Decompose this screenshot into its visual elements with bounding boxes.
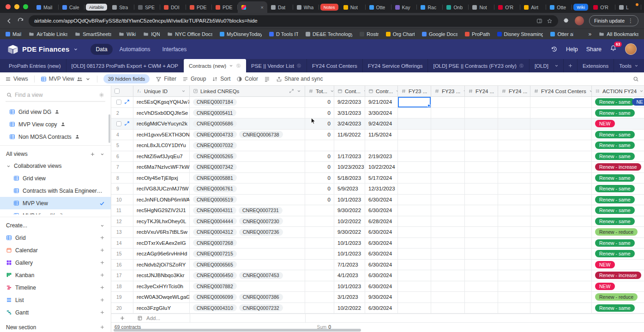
cell-linked-cnreqs[interactable]: CNREQ0006565 xyxy=(190,260,305,270)
cell-fy23a[interactable] xyxy=(398,303,431,314)
cell-fy24b[interactable] xyxy=(498,270,530,281)
cell-fy24b[interactable] xyxy=(498,173,530,184)
linked-record-chip[interactable]: CNREQ0007236 xyxy=(239,229,283,236)
cell-linked-cnreqs[interactable]: CNREQ0004312CNREQ0007236 xyxy=(190,227,305,237)
cell-fy24b[interactable] xyxy=(498,227,530,237)
cell-fy23a[interactable] xyxy=(398,151,431,162)
window-controls[interactable] xyxy=(6,4,28,9)
cell-fy24b[interactable] xyxy=(498,249,530,259)
cell-unique-id[interactable]: recyTKJ9LhxOhey0L xyxy=(133,216,190,227)
cell-fy24b[interactable] xyxy=(498,303,530,314)
cell-fy23a[interactable] xyxy=(398,216,431,227)
cell-fy24cc[interactable] xyxy=(530,97,592,107)
linked-record-chip[interactable]: CNREQ0005411 xyxy=(193,109,236,116)
cell-fy24a[interactable] xyxy=(465,108,498,119)
cell-fy24a[interactable] xyxy=(465,130,498,140)
cell-fy24b[interactable] xyxy=(498,195,530,205)
sidebar-view-item[interactable]: MVP View xyxy=(0,197,111,209)
cell-unique-id[interactable]: recbVxuV6Rs7tBLSw xyxy=(133,227,190,237)
cell-fy24a[interactable] xyxy=(465,260,498,270)
cell-fy24a[interactable] xyxy=(465,173,498,184)
help-button[interactable]: Help xyxy=(566,46,578,53)
airtable-logo-icon[interactable] xyxy=(7,45,18,54)
cell-fy24b[interactable] xyxy=(498,281,530,292)
cell-total[interactable] xyxy=(305,227,334,237)
cell-fy24cc[interactable] xyxy=(530,216,592,227)
cell-contract-start[interactable]: 4/1/2023 xyxy=(334,270,365,281)
cell-action-fy24[interactable]: Renew - same xyxy=(592,173,644,184)
cell-total[interactable] xyxy=(305,303,334,314)
create-calendar-button[interactable]: Calendar xyxy=(0,244,111,256)
cell-contract-start[interactable] xyxy=(334,140,365,151)
cell-linked-cnreqs[interactable]: CNREQ0005411 xyxy=(190,108,305,119)
cell-unique-id[interactable]: recW0A3OwqeWLgaGj xyxy=(133,292,190,302)
filter-button[interactable]: Filter xyxy=(156,76,176,82)
column-header-fy23a[interactable]: FY23 ... xyxy=(398,86,431,96)
cell-fy24a[interactable] xyxy=(465,205,498,216)
cell-contract-start[interactable]: 10/1/2023 xyxy=(334,238,365,249)
browser-tab[interactable]: Otte xyxy=(366,1,391,13)
cell-fy24cc[interactable] xyxy=(530,260,592,270)
bookmark-item[interactable]: Mail xyxy=(6,31,21,37)
cell-fy24cc[interactable] xyxy=(530,303,592,314)
row-checkbox[interactable] xyxy=(116,121,121,126)
cell-contract-start[interactable]: 10/1/2023 xyxy=(334,195,365,205)
cell-contract-start[interactable]: 11/6/2022 xyxy=(334,130,365,140)
cell-fy23b[interactable] xyxy=(431,238,465,249)
cell-total[interactable]: 0 xyxy=(305,162,334,172)
create-list-button[interactable]: List xyxy=(0,294,111,306)
cell-linked-cnreqs[interactable]: CNREQ0004444CNREQ0007230 xyxy=(190,216,305,227)
more-menu-icon[interactable]: ⋮ xyxy=(628,18,633,24)
browser-tab[interactable]: Onb xyxy=(443,1,469,13)
cell-fy24b[interactable] xyxy=(498,108,530,119)
cell-fy23a[interactable] xyxy=(398,227,431,237)
row-number-cell[interactable]: 12 xyxy=(111,216,133,227)
linked-record-chip[interactable]: CNREQ0006761 xyxy=(193,185,237,192)
cell-contract-start[interactable]: 7/1/2023 xyxy=(334,260,365,270)
cell-fy23a[interactable] xyxy=(398,140,431,151)
table-list-chevron-button[interactable] xyxy=(550,59,564,72)
sidebar-view-item[interactable]: MVP View (Kari) xyxy=(0,209,111,214)
linked-record-chip[interactable]: CNREQ0005686 xyxy=(193,120,237,127)
cell-contract-end[interactable]: 6/28/2024 xyxy=(365,216,398,227)
window-minimize-button[interactable] xyxy=(14,4,19,9)
cell-fy23a[interactable] xyxy=(398,108,431,119)
bookmark-folder[interactable]: AirTable Links xyxy=(29,31,67,37)
cell-linked-cnreqs[interactable]: CNREQ0007268 xyxy=(190,238,305,249)
tab-group-label[interactable]: Wiki xyxy=(573,4,588,11)
cell-fy24a[interactable] xyxy=(465,292,498,302)
chevron-down-icon[interactable] xyxy=(100,152,105,157)
cell-fy24cc[interactable] xyxy=(530,151,592,162)
cell-linked-cnreqs[interactable]: CNREQ0007882 xyxy=(190,281,305,292)
cell-action-fy24[interactable]: Renew - same xyxy=(592,195,644,205)
row-number-cell[interactable]: 20 xyxy=(111,303,133,314)
bookmark-item[interactable]: DE&E Technology xyxy=(306,31,352,37)
browser-profile-avatar[interactable] xyxy=(575,16,584,25)
cell-contract-end[interactable]: 9/21/2024 xyxy=(365,97,398,107)
cell-contract-end[interactable] xyxy=(365,140,398,151)
extensions-puzzle-icon[interactable] xyxy=(563,18,570,24)
bookmark-item[interactable]: D Tools IT xyxy=(269,31,298,37)
row-number-cell[interactable] xyxy=(111,97,133,107)
linked-record-chip[interactable]: CNREQ0004733 xyxy=(193,131,237,138)
bookmark-item[interactable]: Otter ai xyxy=(550,31,573,37)
cell-contract-start[interactable]: 9/30/2022 xyxy=(334,205,365,216)
cell-linked-cnreqs[interactable]: CNREQ0007342 xyxy=(190,162,305,172)
sidebar-personal-view-item[interactable]: Grid view DG xyxy=(0,106,111,118)
cell-fy23a[interactable] xyxy=(398,270,431,281)
browser-tab-active[interactable]: × xyxy=(238,1,267,13)
linked-record-chip[interactable]: CNREQ0006519 xyxy=(193,196,237,203)
cell-unique-id[interactable]: rec3yeCxHYrTcis0h xyxy=(133,281,190,292)
cell-fy24a[interactable] xyxy=(465,238,498,249)
cell-fy24b[interactable] xyxy=(498,119,530,129)
add-record-bar[interactable]: Add... xyxy=(111,314,644,323)
linked-record-chip[interactable]: CNREQ0007342 xyxy=(193,164,237,171)
cell-fy23b[interactable] xyxy=(431,195,465,205)
cell-fy23b[interactable] xyxy=(431,249,465,259)
column-header-unique[interactable]: fxUnique ID xyxy=(133,86,190,96)
row-height-button[interactable] xyxy=(264,76,270,82)
cell-contract-end[interactable]: 10/22/2024 xyxy=(365,162,398,172)
cell-linked-cnreqs[interactable]: CNREQ0004311CNREQ0007231 xyxy=(190,205,305,216)
table-row[interactable]: 17recstJNJBNbqo3KkrCNREQ0006450CNREQ0007… xyxy=(111,270,644,281)
cell-fy24a[interactable] xyxy=(465,303,498,314)
